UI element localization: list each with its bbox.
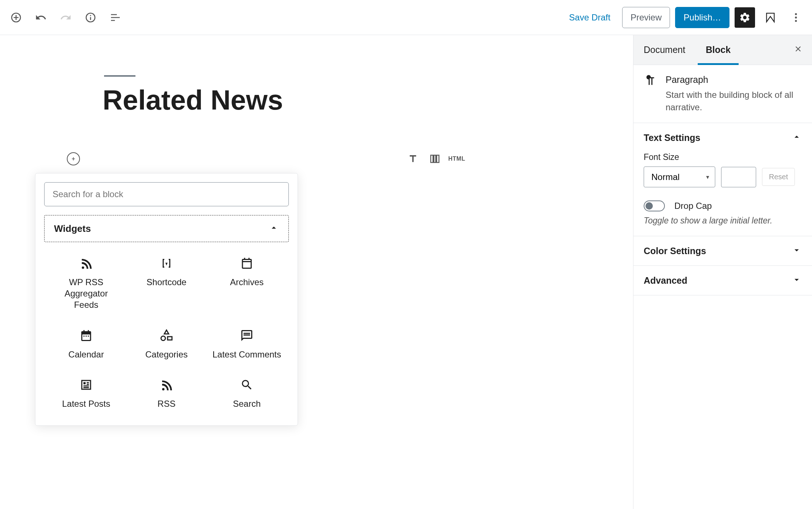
sidebar-tabs: Document Block	[633, 35, 812, 65]
paragraph-tool[interactable]	[407, 153, 419, 165]
inserter-search-input[interactable]	[44, 182, 289, 206]
plus-circle-icon	[10, 12, 22, 23]
title-divider	[104, 75, 135, 77]
comments-icon	[240, 329, 253, 342]
block-item-search[interactable]: Search	[208, 371, 285, 417]
font-size-select-wrap: Normal ▼	[644, 167, 715, 187]
svg-point-0	[795, 13, 797, 15]
gear-icon	[739, 12, 751, 23]
add-block-button[interactable]	[6, 7, 26, 28]
add-block-inline-button[interactable]	[67, 152, 80, 165]
block-card: Paragraph Start with the building block …	[633, 65, 812, 123]
inserter-category: Widgets	[44, 215, 289, 242]
toggle-thumb	[646, 202, 653, 210]
panel-advanced: Advanced	[633, 266, 812, 295]
html-tool[interactable]: HTML	[451, 153, 463, 165]
panel-header-color-settings[interactable]: Color Settings	[633, 236, 812, 265]
info-icon	[85, 12, 96, 23]
undo-icon	[35, 12, 47, 23]
save-draft-button[interactable]: Save Draft	[563, 8, 617, 27]
block-item-latest-comments[interactable]: Latest Comments	[208, 322, 285, 367]
outline-button[interactable]	[105, 7, 126, 28]
main-layout: Related News HTML Widgets	[0, 35, 812, 509]
reset-button[interactable]: Reset	[762, 168, 795, 186]
preview-button[interactable]: Preview	[622, 7, 670, 28]
post-title[interactable]: Related News	[103, 84, 536, 116]
block-inserter-popup: Widgets WP RSS Aggregator Feeds Shortcod…	[35, 173, 298, 426]
rss-icon	[160, 378, 173, 391]
toolbar-left	[6, 7, 126, 28]
settings-sidebar: Document Block Paragraph Start with the …	[633, 35, 812, 509]
search-icon	[240, 378, 253, 391]
drop-cap-label: Drop Cap	[674, 201, 712, 211]
chevron-up-icon	[269, 223, 279, 234]
more-options-button[interactable]	[786, 7, 806, 28]
panel-color-settings: Color Settings	[633, 236, 812, 266]
block-item-categories[interactable]: Categories	[128, 322, 205, 367]
drop-cap-hint: Toggle to show a large initial letter.	[644, 216, 802, 226]
post-title-block: Related News	[97, 75, 536, 116]
block-item-rss[interactable]: RSS	[128, 371, 205, 417]
rss-icon	[80, 257, 93, 270]
block-item-archives[interactable]: Archives	[208, 249, 285, 318]
redo-icon	[60, 12, 72, 23]
panel-header-text-settings[interactable]: Text Settings	[633, 123, 812, 152]
top-toolbar: Save Draft Preview Publish…	[0, 0, 812, 35]
font-size-number-input[interactable]	[721, 167, 756, 187]
undo-button[interactable]	[31, 7, 51, 28]
category-header[interactable]: Widgets	[45, 215, 288, 242]
columns-tool[interactable]	[429, 153, 441, 165]
chevron-down-icon	[792, 245, 802, 257]
chevron-up-icon	[792, 132, 802, 143]
publish-button[interactable]: Publish…	[675, 7, 729, 28]
block-item-calendar[interactable]: Calendar	[48, 322, 125, 367]
more-vertical-icon	[790, 12, 802, 23]
tab-document[interactable]: Document	[633, 35, 696, 65]
drop-cap-row: Drop Cap	[644, 200, 802, 211]
archives-icon	[240, 257, 253, 270]
paragraph-icon	[407, 153, 418, 164]
block-card-description: Start with the building block of all nar…	[666, 89, 802, 113]
svg-point-1	[795, 16, 797, 18]
calendar-icon	[80, 329, 93, 342]
close-sidebar-button[interactable]	[784, 35, 812, 65]
columns-icon	[429, 153, 440, 164]
shortcode-icon	[160, 257, 173, 270]
drop-cap-toggle[interactable]	[644, 200, 665, 211]
block-tools: HTML	[407, 153, 463, 165]
yoast-icon	[764, 11, 777, 24]
block-item-wp-rss-aggregator[interactable]: WP RSS Aggregator Feeds	[48, 249, 125, 318]
toolbar-right: Save Draft Preview Publish…	[563, 7, 806, 28]
block-card-title: Paragraph	[666, 74, 802, 85]
svg-point-2	[795, 20, 797, 22]
font-size-row: Normal ▼ Reset	[644, 167, 802, 187]
panel-body-text-settings: Font Size Normal ▼ Reset Drop Cap	[633, 152, 812, 236]
plus-icon	[70, 155, 77, 162]
block-insert-row: HTML	[97, 152, 536, 165]
close-icon	[794, 45, 803, 53]
tab-block[interactable]: Block	[696, 35, 741, 65]
categories-icon	[160, 329, 173, 342]
yoast-button[interactable]	[760, 7, 781, 28]
paragraph-block-icon	[644, 74, 657, 113]
block-item-shortcode[interactable]: Shortcode	[128, 249, 205, 318]
list-view-icon	[110, 12, 121, 23]
chevron-down-icon	[792, 275, 802, 286]
posts-icon	[80, 378, 93, 391]
settings-button[interactable]	[735, 7, 755, 28]
panel-text-settings: Text Settings Font Size Normal ▼ Reset	[633, 123, 812, 236]
redo-button[interactable]	[55, 7, 76, 28]
block-item-latest-posts[interactable]: Latest Posts	[48, 371, 125, 417]
blocks-grid: WP RSS Aggregator Feeds Shortcode Archiv…	[44, 242, 289, 417]
category-title: Widgets	[54, 223, 91, 234]
font-size-label: Font Size	[644, 152, 802, 162]
font-size-select[interactable]: Normal	[644, 167, 715, 187]
panel-header-advanced[interactable]: Advanced	[633, 266, 812, 295]
info-button[interactable]	[80, 7, 101, 28]
